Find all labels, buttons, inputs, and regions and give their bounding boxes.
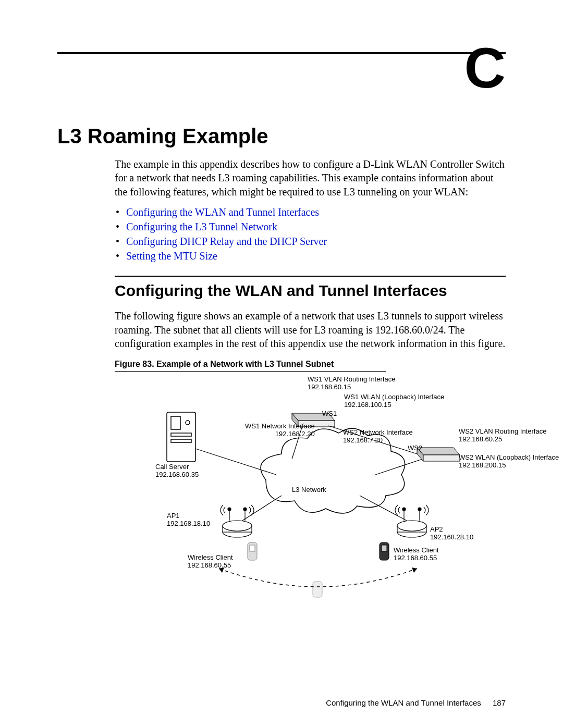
ap1-label: AP1192.168.18.10 [167,512,210,528]
footer-title: Configuring the WLAN and Tunnel Interfac… [326,698,481,707]
ws1-vlan-label: WS1 VLAN Routing Interface192.168.60.15 [308,376,395,391]
figure-caption: Figure 83. Example of a Network with L3 … [115,360,506,369]
svg-rect-3 [171,439,191,442]
ap2-icon [395,505,429,537]
switch-ws2-icon [417,448,460,461]
svg-point-7 [223,521,252,531]
page: C L3 Roaming Example The example in this… [0,0,563,728]
intro-block: The example in this appendix describes h… [115,157,506,263]
svg-rect-20 [250,545,255,551]
svg-point-18 [418,508,421,511]
phone1-icon [248,542,257,560]
page-footer: Configuring the WLAN and Tunnel Interfac… [326,698,506,707]
toc-link[interactable]: Configuring the WLAN and Tunnel Interfac… [115,205,506,219]
l3-network-label: L3 Network [292,486,326,494]
svg-point-4 [186,421,190,425]
intro-paragraph: The example in this appendix describes h… [115,157,506,199]
arrow-right [412,567,417,573]
svg-rect-22 [382,545,387,551]
section-block: The following figure shows an example of… [115,309,506,600]
ws1-loopback-label: WS1 WLAN (Loopback) Interface192.168.100… [344,393,444,409]
wireless-client2-label: Wireless Client192.168.60.55 [394,547,439,562]
ws2-loopback-label: WS2 WLAN (Loopback) Interface192.168.200… [459,454,559,470]
toc-link[interactable]: Setting the MTU Size [115,249,506,263]
toc-link[interactable]: Configuring DHCP Relay and the DHCP Serv… [115,234,506,249]
ws2-box-label: WS2 [408,445,422,452]
svg-line-28 [242,496,282,521]
svg-point-10 [228,508,231,511]
svg-rect-1 [171,416,180,429]
ws1-box-label: WS1 [322,410,337,418]
ws1-net-label: WS1 Network Interface192.168.2.20 [245,423,315,438]
figure-rule [115,371,386,372]
footer-page-number: 187 [493,698,506,707]
ap2-label: AP2192.168.28.10 [430,526,473,541]
appendix-letter: C [464,39,506,96]
network-diagram: WS1 VLAN Routing Interface192.168.60.15 … [136,376,563,600]
toc-link[interactable]: Configuring the L3 Tunnel Network [115,219,506,234]
svg-point-11 [243,508,247,511]
svg-rect-2 [171,433,191,436]
svg-point-14 [397,521,426,531]
section-heading: Configuring the WLAN and Tunnel Interfac… [115,282,506,300]
svg-point-17 [402,508,406,511]
toc-links: Configuring the WLAN and Tunnel Interfac… [115,205,506,263]
page-title: L3 Roaming Example [57,125,506,148]
ws2-net-label: WS2 Network Interface192.168.7.20 [343,429,413,445]
phone2-icon [380,542,389,560]
wireless-client1-label: Wireless Client192.168.60.55 [188,554,233,570]
call-server-label: Call Server192.168.60.35 [155,463,199,479]
server-icon [167,412,195,462]
top-rule [57,52,506,54]
ap1-icon [221,505,254,537]
phone3-icon [313,582,322,597]
ws2-vlan-label: WS2 VLAN Routing Interface192.168.60.25 [459,428,546,443]
section-paragraph: The following figure shows an example of… [115,309,506,350]
section-rule [115,276,506,277]
svg-rect-23 [313,582,322,597]
